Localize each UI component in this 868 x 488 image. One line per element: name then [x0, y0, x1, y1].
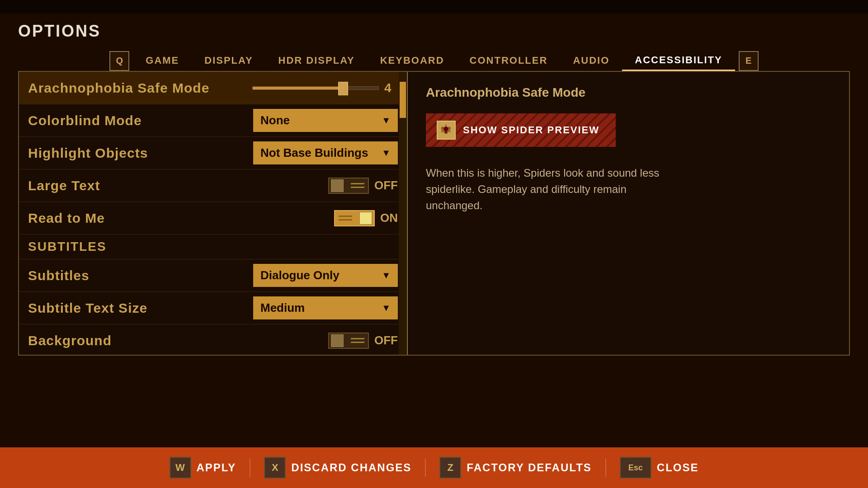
colorblind-value: None: [260, 113, 377, 127]
setting-subtitles[interactable]: Subtitles Dialogue Only ▼: [19, 259, 407, 292]
background-state: OFF: [374, 333, 398, 347]
toggle-line-2: [338, 219, 352, 221]
page-title: OPTIONS: [18, 22, 850, 41]
setting-arachnophobia[interactable]: Arachnophobia Safe Mode 4: [19, 72, 407, 104]
subtitles-dropdown[interactable]: Dialogue Only ▼: [253, 264, 398, 287]
factory-label: FACTORY DEFAULTS: [467, 461, 591, 474]
discard-action[interactable]: X DISCARD CHANGES: [264, 457, 411, 479]
nav-left-key[interactable]: Q: [109, 51, 129, 71]
info-description: When this is higher, Spiders look and so…: [426, 165, 661, 214]
subtitles-label: Subtitles: [28, 268, 253, 283]
background-label: Background: [28, 333, 328, 348]
large-text-label: Large Text: [28, 178, 328, 193]
read-to-me-toggle-lines: [339, 216, 352, 221]
toggle-line-1: [350, 183, 364, 184]
arachnophobia-slider-container: 4: [252, 81, 398, 95]
highlight-objects-arrow: ▼: [382, 148, 391, 158]
arachnophobia-slider-thumb[interactable]: [338, 82, 348, 95]
arachnophobia-label: Arachnophobia Safe Mode: [28, 80, 252, 96]
background-toggle-lines: [351, 338, 364, 343]
colorblind-dropdown[interactable]: None ▼: [253, 109, 398, 132]
apply-action[interactable]: W APPLY: [170, 457, 236, 479]
colorblind-arrow: ▼: [382, 115, 391, 126]
tab-controller[interactable]: CONTROLLER: [457, 51, 561, 71]
large-text-toggle-lines: [351, 183, 364, 188]
settings-panel: Arachnophobia Safe Mode 4 Colorblind Mod…: [19, 72, 408, 355]
read-to-me-toggle-container: ON: [334, 210, 398, 226]
subtitles-arrow: ▼: [382, 270, 391, 281]
scroll-indicator[interactable]: [399, 72, 407, 355]
section-subtitles: SUBTITLES: [19, 235, 407, 259]
read-to-me-label: Read to Me: [28, 211, 334, 226]
apply-key: W: [170, 457, 191, 479]
toggle-line-1: [338, 216, 352, 217]
background-toggle-container: OFF: [328, 333, 398, 349]
tab-hdr-display[interactable]: HDR DISPLAY: [266, 51, 368, 71]
arachnophobia-slider-track[interactable]: [252, 86, 379, 90]
read-to-me-toggle-circle: [359, 212, 372, 225]
discard-key: X: [264, 457, 286, 479]
read-to-me-toggle[interactable]: [334, 210, 375, 226]
highlight-objects-dropdown[interactable]: Not Base Buildings ▼: [253, 141, 398, 164]
main-content: Arachnophobia Safe Mode 4 Colorblind Mod…: [18, 71, 850, 356]
large-text-toggle-circle: [331, 179, 344, 192]
setting-large-text[interactable]: Large Text OFF: [19, 169, 407, 202]
setting-subtitle-text-size[interactable]: Subtitle Text Size Medium ▼: [19, 292, 407, 324]
discard-label: DISCARD CHANGES: [291, 461, 411, 474]
setting-highlight-objects[interactable]: Highlight Objects Not Base Buildings ▼: [19, 137, 407, 169]
show-spider-preview-button[interactable]: 🕷 SHOW SPIDER PREVIEW: [426, 113, 616, 147]
tab-keyboard[interactable]: KEYBOARD: [368, 51, 457, 71]
factory-key: Z: [439, 457, 461, 479]
background-toggle[interactable]: [328, 333, 369, 349]
info-panel: Arachnophobia Safe Mode 🕷 SHOW SPIDER PR…: [408, 72, 849, 355]
read-to-me-state: ON: [380, 211, 398, 225]
nav-tabs: Q GAME DISPLAY HDR DISPLAY KEYBOARD CONT…: [0, 45, 868, 71]
background-toggle-circle: [331, 334, 344, 347]
large-text-toggle-container: OFF: [328, 178, 398, 194]
highlight-objects-label: Highlight Objects: [28, 145, 253, 161]
setting-read-to-me[interactable]: Read to Me ON: [19, 202, 407, 235]
tab-game[interactable]: GAME: [133, 51, 192, 71]
spider-icon-symbol: 🕷: [441, 124, 451, 136]
large-text-toggle[interactable]: [328, 178, 369, 194]
subtitle-text-size-value: Medium: [260, 301, 377, 315]
close-action[interactable]: Esc CLOSE: [620, 457, 699, 479]
tab-accessibility[interactable]: ACCESSIBILITY: [622, 51, 735, 71]
separator-1: [250, 459, 250, 477]
arachnophobia-value: 4: [384, 81, 398, 95]
scroll-thumb[interactable]: [400, 82, 406, 118]
subtitle-text-size-dropdown[interactable]: Medium ▼: [253, 296, 398, 319]
apply-label: APPLY: [197, 461, 236, 474]
toggle-line-2: [350, 342, 364, 343]
close-label: CLOSE: [657, 461, 699, 474]
spider-icon: 🕷: [437, 121, 456, 140]
highlight-objects-value: Not Base Buildings: [260, 146, 377, 160]
setting-colorblind[interactable]: Colorblind Mode None ▼: [19, 104, 407, 137]
info-title: Arachnophobia Safe Mode: [426, 85, 585, 100]
toggle-line-2: [350, 187, 364, 188]
subtitle-text-size-arrow: ▼: [382, 303, 391, 313]
arachnophobia-slider-fill: [253, 87, 343, 89]
top-bar: [0, 0, 868, 14]
separator-2: [425, 459, 426, 477]
subtitles-section-label: SUBTITLES: [28, 239, 107, 254]
tab-display[interactable]: DISPLAY: [192, 51, 265, 71]
bottom-bar: W APPLY X DISCARD CHANGES Z FACTORY DEFA…: [0, 447, 868, 488]
factory-action[interactable]: Z FACTORY DEFAULTS: [439, 457, 591, 479]
subtitles-value: Dialogue Only: [260, 268, 377, 282]
nav-right-key[interactable]: E: [739, 51, 759, 71]
separator-3: [605, 459, 606, 477]
subtitle-text-size-label: Subtitle Text Size: [28, 300, 253, 316]
header: OPTIONS: [0, 14, 868, 45]
spider-preview-label: SHOW SPIDER PREVIEW: [463, 124, 599, 136]
colorblind-label: Colorblind Mode: [28, 113, 253, 128]
tab-audio[interactable]: AUDIO: [560, 51, 622, 71]
setting-background[interactable]: Background OFF: [19, 324, 407, 355]
toggle-line-1: [350, 338, 364, 339]
large-text-state: OFF: [374, 178, 398, 192]
close-key: Esc: [620, 457, 651, 479]
